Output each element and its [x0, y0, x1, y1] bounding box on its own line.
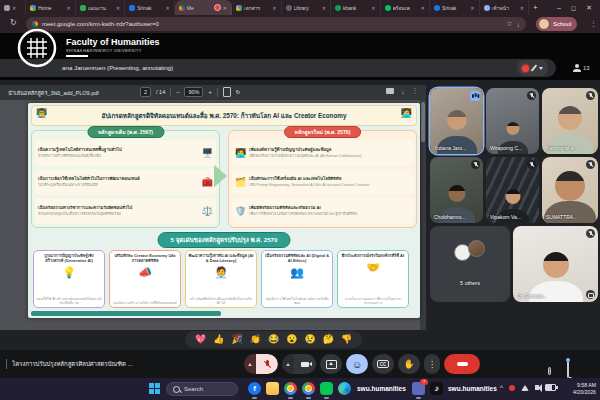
- tab-kbank[interactable]: kbank ✕: [331, 0, 381, 15]
- chevron-down-icon[interactable]: [539, 67, 543, 70]
- meeting-info-icon[interactable]: i: [548, 359, 551, 377]
- url-field[interactable]: meet.google.com/krm-kwth-zdz?authuser=0 …: [26, 17, 526, 31]
- avatar: [468, 240, 485, 257]
- start-button[interactable]: [148, 382, 161, 395]
- tab-by[interactable]: ✕: [0, 0, 26, 15]
- tab-srinak-2[interactable]: Srinak ✕: [430, 0, 480, 15]
- old-curriculum-header: หลักสูตรเดิม (พ.ศ. 2567): [87, 126, 164, 138]
- participant-tile[interactable]: Kanongrat a...: [542, 88, 598, 154]
- chrome-icon[interactable]: [302, 382, 315, 395]
- pdf-toolbar: นำเสนอหลักสูตร_3พย_add_PLO9.pdf 2 / 14 −…: [0, 85, 426, 100]
- tab-close-icon[interactable]: ✕: [166, 5, 170, 11]
- reaction-thumbs-down[interactable]: 👎: [341, 335, 352, 344]
- participant-tile[interactable]: SUMATTRA...: [542, 157, 598, 223]
- tab-promptpay[interactable]: พร้อมเพ ✕: [381, 0, 431, 15]
- tab-docs[interactable]: เอกสาร ✕: [232, 0, 282, 15]
- tab-close-icon[interactable]: ✕: [67, 5, 71, 11]
- browser-menu-icon[interactable]: ⋮: [590, 20, 597, 28]
- mic-off-icon: [586, 91, 595, 100]
- edge-icon[interactable]: [338, 382, 351, 395]
- star-icon[interactable]: ☆: [506, 20, 512, 28]
- tab-close-icon[interactable]: ✕: [470, 5, 474, 11]
- picture-in-picture-icon[interactable]: [586, 290, 595, 299]
- tray-overflow-icon[interactable]: ^: [500, 384, 503, 391]
- highlight-card-2: เสริมทักษะ Creator Economy และการตลาดดิจ…: [109, 250, 181, 308]
- computer-icon: 🖥️: [202, 149, 213, 158]
- taskbar-clock[interactable]: 9:58 AM 4/20/2026: [573, 382, 596, 396]
- tab-close-icon[interactable]: ✕: [272, 5, 276, 11]
- minimize-button[interactable]: –: [557, 4, 561, 11]
- tab-meet-active[interactable]: Me ✕: [175, 0, 232, 15]
- participants-count[interactable]: 13: [572, 60, 590, 76]
- battery-icon[interactable]: [545, 384, 556, 391]
- sheets-favicon: [80, 5, 86, 11]
- tab-website[interactable]: เข้าหน้า ✕: [480, 0, 530, 15]
- tab-srinak-1[interactable]: Srinak ✕: [125, 0, 175, 15]
- chat-icon[interactable]: [567, 360, 569, 378]
- reload-icon[interactable]: ↻: [10, 19, 17, 27]
- reaction-surprise[interactable]: 😮: [286, 335, 297, 344]
- tab-close-icon[interactable]: ✕: [322, 5, 326, 11]
- tab-recording-indicator: [214, 4, 221, 11]
- tab-home[interactable]: Home ✕: [26, 0, 76, 15]
- reactions-button[interactable]: ☺: [346, 354, 368, 374]
- zoom-out-icon: −: [176, 89, 179, 95]
- reaction-cry[interactable]: 😢: [304, 335, 315, 344]
- profile-chip[interactable]: School: [536, 17, 577, 31]
- chrome-icon[interactable]: [284, 382, 297, 395]
- recording-tray-icon[interactable]: [509, 385, 515, 391]
- tab-close-icon[interactable]: ✕: [421, 5, 425, 11]
- close-button[interactable]: ✕: [586, 4, 592, 12]
- figure-right-icon: 👩‍💻: [401, 109, 412, 118]
- raise-hand-button[interactable]: ✋: [398, 354, 420, 374]
- tab-close-icon[interactable]: ✕: [116, 5, 120, 11]
- reaction-think[interactable]: 🤔: [323, 335, 334, 344]
- tab-sheets[interactable]: แผนงาน ✕: [76, 0, 126, 15]
- divider: [217, 88, 218, 97]
- others-tile[interactable]: 5 others: [430, 226, 510, 302]
- pages-manager-icon[interactable]: 7: [412, 382, 425, 395]
- participant-tile[interactable]: Yuttana Jaro...: [430, 88, 483, 154]
- end-call-button[interactable]: [444, 354, 480, 374]
- more-options-button[interactable]: ⋮: [424, 354, 440, 374]
- participant-tile[interactable]: Chokthamro...: [430, 157, 483, 223]
- reaction-thumbs-up[interactable]: 👍: [213, 335, 224, 344]
- tab-close-icon[interactable]: ✕: [12, 5, 16, 11]
- participant-tile[interactable]: Vipakorn Va...: [486, 157, 539, 223]
- captions-icon: CC: [377, 360, 389, 368]
- slide-title-band: 👨‍🏫 อัปเกรดหลักสูตรดิจิทัลคอนเทนต์และสื่…: [31, 105, 417, 126]
- tab-close-icon[interactable]: ✕: [371, 5, 375, 11]
- camera-button[interactable]: [282, 354, 316, 374]
- participant-tile[interactable]: Wiraporng C...: [486, 88, 539, 154]
- reaction-heart[interactable]: 💖: [195, 335, 206, 344]
- camera-options-chevron[interactable]: [282, 354, 294, 374]
- facebook-icon[interactable]: f: [248, 382, 261, 395]
- mic-options-chevron[interactable]: [244, 354, 256, 374]
- tab-close-icon[interactable]: ✕: [223, 5, 227, 11]
- tab-close-icon[interactable]: ✕: [520, 5, 524, 11]
- line-icon[interactable]: [320, 382, 333, 395]
- wifi-icon[interactable]: [521, 385, 529, 391]
- present-button[interactable]: [320, 354, 342, 374]
- swu-favicon: [129, 5, 135, 11]
- taskbar-window-label[interactable]: swu.humanities: [357, 385, 406, 392]
- reaction-clap[interactable]: 👏: [250, 335, 261, 344]
- taskbar-window-label[interactable]: swu.humanities: [448, 385, 497, 392]
- reaction-party[interactable]: 🎉: [231, 335, 242, 344]
- tab-library[interactable]: Library ✕: [282, 0, 332, 15]
- volume-icon[interactable]: [535, 385, 539, 390]
- mic-off-icon: [586, 160, 595, 169]
- browser-address-bar: ↻ meet.google.com/krm-kwth-zdz?authuser=…: [0, 15, 600, 33]
- captions-button[interactable]: CC: [372, 354, 394, 374]
- folder-icon[interactable]: [266, 382, 279, 395]
- tiktok-icon[interactable]: ♪: [430, 382, 443, 395]
- search-input[interactable]: Search: [166, 382, 238, 396]
- participant-tile[interactable]: Dr. Suttawa...: [513, 226, 598, 302]
- reaction-laugh[interactable]: 😂: [268, 335, 279, 344]
- search-icon: [173, 386, 180, 393]
- new-tab-button[interactable]: +: [529, 0, 549, 15]
- download-icon[interactable]: ↓: [517, 21, 521, 28]
- maximize-button[interactable]: ▢: [571, 5, 576, 11]
- annotate-pen-icon[interactable]: [531, 64, 538, 71]
- mic-button[interactable]: [244, 354, 278, 374]
